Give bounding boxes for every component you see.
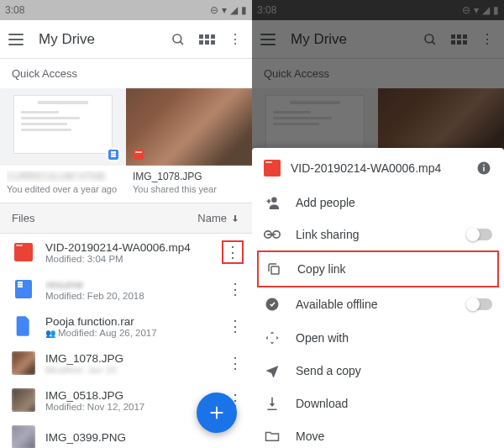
action-label: Move [296, 430, 324, 443]
generic-file-icon [12, 314, 35, 338]
page-title: My Drive [39, 31, 170, 48]
file-name: Pooja function.rar [45, 315, 217, 328]
svg-rect-11 [271, 266, 279, 274]
offline-icon [264, 297, 281, 312]
search-icon[interactable] [170, 31, 186, 48]
image-thumb-icon [12, 388, 35, 412]
app-bar: My Drive ⋮ [0, 20, 252, 59]
dnd-icon: ⊖ [210, 4, 218, 16]
action-download[interactable]: Download [252, 387, 504, 420]
file-name: resume [45, 278, 217, 291]
file-row[interactable]: resume Modified: Feb 20, 2018 ⋮ [0, 271, 252, 308]
action-label: Available offline [296, 298, 378, 311]
file-subtitle: 👥Modified: Aug 26, 2017 [45, 328, 217, 338]
file-row[interactable]: VID-20190214-WA0006.mp4 Modified: 3:04 P… [0, 234, 252, 271]
file-row[interactable]: IMG_1078.JPG Modified: Jan 10 ⋮ [0, 345, 252, 382]
file-name: IMG_0518.JPG [45, 389, 217, 402]
file-subtitle: Modified: Feb 20, 2018 [45, 291, 217, 301]
move-icon [264, 430, 281, 442]
action-available-offline[interactable]: Available offline [252, 287, 504, 321]
svg-rect-5 [483, 167, 485, 171]
highlight-more-button: ⋮ [222, 240, 244, 264]
highlight-copy-link: Copy link [257, 250, 499, 287]
drive-bottom-sheet-screen: 3:08 ⊖▾◢▮ My Drive ⋮ Quick Access CURRIC… [252, 0, 504, 448]
video-file-icon [12, 240, 35, 264]
docs-badge-icon [106, 147, 121, 162]
file-more-icon[interactable]: ⋮ [224, 243, 241, 261]
svg-point-0 [173, 34, 181, 43]
open-with-icon [264, 330, 281, 345]
sort-label: Name [197, 212, 227, 224]
copy-icon [265, 261, 282, 277]
status-bar: 3:08 ⊖ ▾ ◢ ▮ [0, 0, 252, 20]
file-row[interactable]: Pooja function.rar 👥Modified: Aug 26, 20… [0, 308, 252, 345]
sheet-title: VID-20190214-WA0006.mp4 [291, 161, 465, 175]
clock: 3:08 [5, 4, 24, 16]
file-name: IMG_1078.JPG [45, 352, 217, 365]
view-grid-icon[interactable] [198, 31, 215, 48]
svg-point-12 [266, 298, 279, 311]
quick-card-sub: You shared this year [133, 184, 245, 194]
file-name: VID-20190214-WA0006.mp4 [45, 241, 212, 254]
video-badge-icon [131, 147, 146, 162]
action-label: Download [296, 397, 348, 410]
svg-line-1 [180, 41, 183, 45]
shared-icon: 👥 [45, 329, 55, 338]
plus-icon [207, 403, 226, 422]
files-section-label: Files [12, 212, 34, 224]
action-send-copy[interactable]: Send a copy [252, 355, 504, 387]
send-icon [264, 364, 281, 377]
info-icon[interactable] [475, 160, 492, 177]
quick-access-row: CURRICULUM VITAE You edited over a year … [0, 88, 252, 203]
link-icon [264, 229, 281, 240]
action-link-sharing[interactable]: Link sharing [252, 219, 504, 250]
action-label: Copy link [297, 262, 346, 276]
file-more-icon[interactable]: ⋮ [227, 354, 244, 372]
file-more-icon[interactable]: ⋮ [227, 317, 244, 335]
arrow-down-icon [230, 213, 240, 224]
menu-icon[interactable] [8, 34, 24, 45]
quick-card-name: IMG_1078.JPG [133, 171, 245, 182]
action-move[interactable]: Move [252, 420, 504, 448]
quick-card-image[interactable]: IMG_1078.JPG You shared this year [126, 88, 252, 203]
action-copy-link[interactable]: Copy link [259, 252, 497, 286]
quick-card-name: CURRICULUM VITAE [7, 171, 119, 182]
quick-access-label: Quick Access [0, 59, 252, 88]
status-icons: ⊖ ▾ ◢ ▮ [210, 4, 247, 16]
file-subtitle: Modified: 3:04 PM [45, 254, 212, 264]
action-label: Link sharing [296, 228, 360, 241]
action-label: Open with [296, 331, 349, 345]
svg-point-2 [425, 34, 433, 43]
quick-card-doc[interactable]: CURRICULUM VITAE You edited over a year … [0, 88, 126, 203]
offline-toggle[interactable] [467, 298, 492, 310]
svg-line-3 [432, 41, 435, 45]
wifi-icon: ▾ [222, 4, 227, 16]
docs-file-icon [12, 277, 35, 301]
download-icon [264, 396, 281, 411]
add-people-icon [264, 196, 281, 209]
overflow-icon[interactable]: ⋮ [227, 31, 244, 48]
link-sharing-toggle[interactable] [467, 229, 492, 240]
fab-add-button[interactable] [197, 393, 237, 433]
svg-rect-6 [483, 165, 485, 166]
action-open-with[interactable]: Open with [252, 321, 504, 355]
battery-icon: ▮ [241, 4, 247, 16]
video-file-icon [264, 160, 281, 177]
sort-button[interactable]: Name [197, 212, 240, 224]
file-actions-sheet: VID-20190214-WA0006.mp4 Add people Link … [252, 148, 504, 448]
signal-icon: ◢ [230, 4, 238, 16]
image-thumb-icon [12, 425, 35, 448]
files-header: Files Name [0, 203, 252, 234]
drive-listing-screen: 3:08 ⊖ ▾ ◢ ▮ My Drive ⋮ Quick Access [0, 0, 252, 448]
file-subtitle: Modified: Nov 12, 2017 [45, 402, 217, 412]
action-label: Add people [296, 196, 355, 209]
file-more-icon[interactable]: ⋮ [227, 280, 244, 298]
sheet-header: VID-20190214-WA0006.mp4 [252, 148, 504, 187]
quick-card-sub: You edited over a year ago [7, 184, 119, 194]
svg-point-7 [271, 198, 276, 203]
action-label: Send a copy [296, 364, 361, 377]
action-add-people[interactable]: Add people [252, 187, 504, 219]
image-thumb-icon [12, 351, 35, 375]
file-subtitle: Modified: Jan 10 [45, 365, 217, 375]
